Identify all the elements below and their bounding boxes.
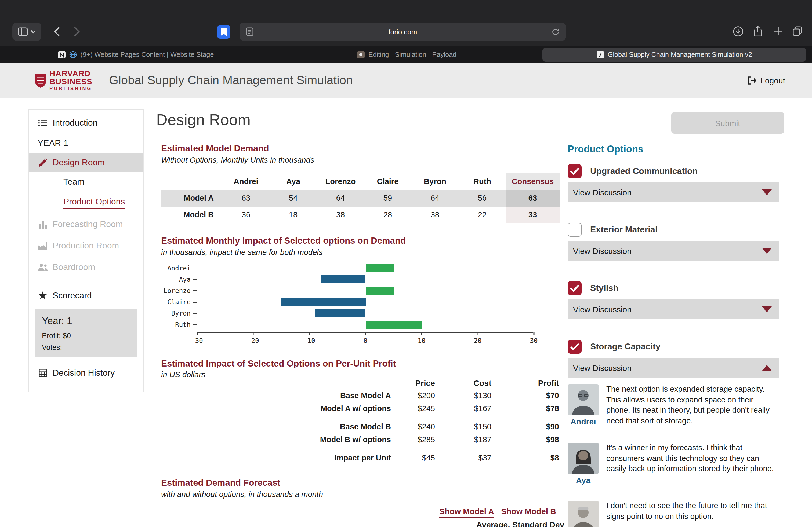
chart-category-label: Byron	[171, 309, 191, 318]
sidebar-item-product-options[interactable]: Product Options	[29, 192, 143, 214]
chart-x-tick	[253, 332, 254, 335]
profit-value: $98	[491, 435, 559, 444]
scorecard-summary-box: Year: 1 Profit: $0 Votes:	[35, 309, 137, 357]
cost-value: $130	[435, 391, 491, 400]
profit-value: $8	[491, 453, 559, 462]
chart-x-tick	[365, 332, 366, 335]
chevron-down-icon	[31, 30, 36, 33]
avatar-aya	[568, 443, 599, 474]
price-value: $45	[391, 453, 435, 462]
option-label: Upgraded Communication	[590, 166, 698, 176]
show-model-a-link[interactable]: Show Model A	[439, 507, 494, 518]
url-bar[interactable]: forio.com	[240, 22, 566, 41]
column-header: Price	[391, 378, 435, 387]
browser-tab-editing[interactable]: Editing - Simulation - Payload	[272, 46, 542, 63]
reload-icon[interactable]	[552, 28, 560, 36]
people-icon	[38, 264, 48, 271]
scorecard-year: Year: 1	[42, 316, 130, 327]
view-discussion-label: View Discussion	[573, 363, 632, 373]
logout-label: Logout	[760, 76, 785, 85]
sidebar-spacer	[29, 278, 143, 286]
sidebar-label: Forecasting Room	[53, 220, 123, 229]
demand-value: 63	[222, 190, 270, 207]
sidebar-item-decision-history[interactable]: Decision History	[29, 361, 143, 385]
chart-x-tick-label: 10	[418, 337, 425, 345]
logo-line-1: HARVARD	[49, 69, 92, 77]
chevron-up-icon	[762, 365, 772, 371]
column-header: Byron	[411, 174, 459, 190]
sidebar-label: Production Room	[53, 241, 119, 251]
comment-text: The next option is expanded storage capa…	[606, 384, 779, 427]
demand-section-heading: Estimated Model Demand	[161, 143, 269, 153]
chart-bar-andrei	[365, 264, 394, 272]
bar-chart-icon	[38, 220, 48, 228]
chart-y-tick	[193, 279, 197, 280]
checkbox-upgraded-communication[interactable]	[568, 164, 582, 178]
sidebar-toggle-button[interactable]	[12, 22, 41, 41]
chart-bar-claire	[281, 298, 366, 306]
sidebar-label: Product Options	[63, 197, 125, 209]
view-discussion-upgraded-communication[interactable]: View Discussion	[568, 182, 779, 202]
column-header: Claire	[364, 174, 411, 190]
profit-row: Base Model A $200 $130 $70	[161, 389, 559, 402]
factory-icon	[38, 242, 48, 250]
downloads-button[interactable]	[731, 25, 744, 37]
chart-x-tick-label: 20	[474, 337, 482, 345]
chart-y-tick	[193, 325, 197, 325]
demand-row-model-b: Model B 36 18 38 28 38 22 33	[161, 207, 560, 223]
discussion-comment: I don't need to see the the future to te…	[568, 501, 779, 527]
discussion-comment: Aya It's a winner in my forecasts. I thi…	[568, 443, 779, 485]
comment-author: Aya	[568, 476, 599, 485]
option-stylish: Stylish	[568, 281, 779, 295]
view-discussion-storage-capacity[interactable]: View Discussion	[568, 358, 779, 378]
chart-category-label: Andrei	[167, 264, 191, 272]
show-model-b-link[interactable]: Show Model B	[501, 507, 556, 516]
chart-x-tick	[421, 332, 422, 335]
demand-value: 38	[317, 207, 364, 223]
avatar-andrei	[568, 384, 599, 416]
comment-text: I don't need to see the the future to te…	[606, 501, 779, 527]
submit-button[interactable]: Submit	[671, 112, 784, 134]
forward-button[interactable]	[70, 25, 84, 39]
column-header: Profit	[491, 378, 559, 387]
demand-value: 36	[222, 207, 270, 223]
sidebar-item-scorecard[interactable]: Scorecard	[29, 286, 143, 306]
checkbox-storage-capacity[interactable]	[568, 340, 582, 353]
option-exterior-material: Exterior Material	[568, 223, 779, 237]
reader-page-icon[interactable]	[246, 27, 253, 36]
comment-author: Andrei	[568, 417, 599, 426]
chart-category-label: Ruth	[175, 320, 191, 329]
browser-tab-simulation-active[interactable]: Global Supply Chain Management Simulatio…	[542, 47, 806, 61]
profit-section-heading: Estimated Impact of Selected Options on …	[161, 359, 396, 369]
sidebar-item-boardroom: Boardroom	[29, 257, 143, 278]
sidebar-label: Design Room	[53, 158, 105, 167]
sidebar-label: Scorecard	[53, 291, 92, 301]
back-button[interactable]	[49, 25, 63, 39]
tab-label: Global Supply Chain Management Simulatio…	[608, 51, 752, 58]
grid-calendar-icon	[38, 369, 48, 377]
tab-overview-button[interactable]	[791, 25, 804, 37]
demand-value: 28	[364, 207, 411, 223]
demand-value: 56	[459, 190, 506, 207]
share-button[interactable]	[751, 25, 764, 37]
avatar-commenter	[568, 501, 599, 527]
sidebar-item-team[interactable]: Team	[29, 172, 143, 192]
scorecard-votes: Votes:	[42, 344, 130, 351]
scorecard-profit: Profit: $0	[42, 332, 130, 340]
view-discussion-exterior-material[interactable]: View Discussion	[568, 241, 779, 261]
logout-button[interactable]: Logout	[748, 76, 785, 85]
view-discussion-stylish[interactable]: View Discussion	[568, 299, 779, 319]
checkbox-stylish[interactable]	[568, 281, 582, 295]
sidebar-item-design-room[interactable]: Design Room	[29, 153, 143, 172]
sidebar-item-year1[interactable]: YEAR 1	[29, 133, 143, 153]
sidebar-item-introduction[interactable]: Introduction	[29, 113, 143, 133]
check-icon	[570, 168, 579, 175]
chart-x-tick-label: -10	[303, 337, 315, 345]
column-header: Andrei	[222, 174, 270, 190]
extension-icon[interactable]	[217, 25, 230, 39]
browser-tab-websites[interactable]: (9+) Website Pages Content | Website Sta…	[0, 46, 272, 63]
demand-value: 38	[411, 207, 459, 223]
checkbox-exterior-material[interactable]	[568, 223, 582, 237]
new-tab-button[interactable]	[772, 25, 785, 37]
tab-strip: (9+) Website Pages Content | Website Sta…	[0, 46, 812, 63]
